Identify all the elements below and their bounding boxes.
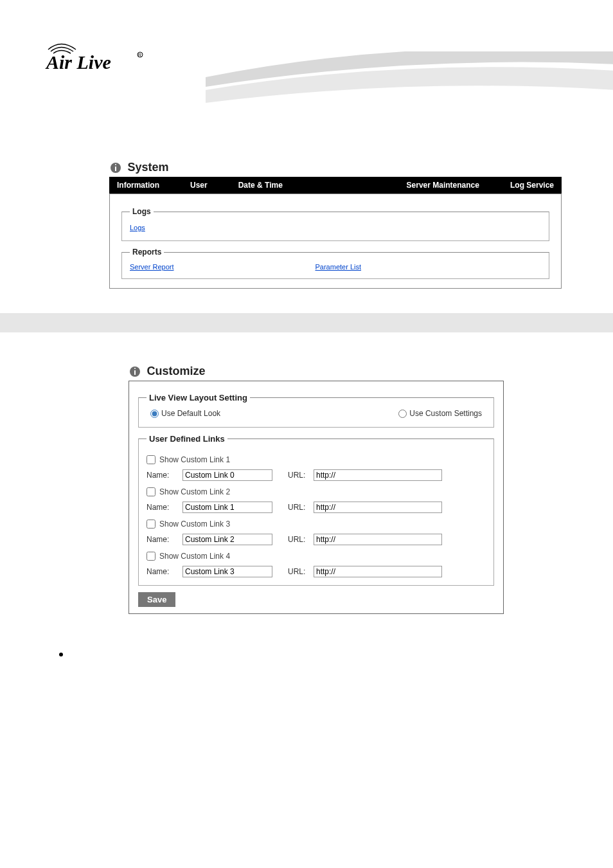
link-4-url-label: URL:	[288, 567, 310, 576]
show-link-3-label: Show Custom Link 3	[159, 520, 230, 529]
customize-title: Customize	[147, 365, 205, 378]
link-1-url-input[interactable]	[314, 469, 442, 481]
save-button[interactable]: Save	[138, 592, 175, 607]
use-custom-label: Use Custom Settings	[409, 409, 482, 418]
show-link-1-label: Show Custom Link 1	[159, 455, 230, 464]
link-1-name-label: Name:	[147, 471, 179, 480]
tab-log-service[interactable]: Log Service	[502, 177, 562, 194]
link-4-name-label: Name:	[147, 567, 179, 576]
bullet-point	[59, 653, 63, 656]
link-4-name-input[interactable]	[182, 566, 272, 577]
use-custom-radio[interactable]	[398, 410, 407, 418]
system-title: System	[127, 161, 168, 174]
brand-logo: Air Live R	[45, 35, 154, 77]
link-2-name-label: Name:	[147, 503, 179, 512]
link-3-url-label: URL:	[288, 535, 310, 544]
system-tabs: Information User Date & Time Server Main…	[109, 177, 562, 194]
live-view-legend: Live View Layout Setting	[147, 393, 250, 402]
system-heading: System	[109, 161, 562, 174]
parameter-list-link[interactable]: Parameter List	[315, 263, 361, 271]
use-default-option[interactable]: Use Default Look	[150, 409, 220, 418]
page-header: Air Live R	[0, 0, 613, 122]
system-body: Logs Logs Reports Server Report Paramete…	[109, 194, 562, 289]
link-3-url-input[interactable]	[314, 534, 442, 545]
link-2-url-label: URL:	[288, 503, 310, 512]
link-4-url-input[interactable]	[314, 566, 442, 577]
live-view-fieldset: Live View Layout Setting Use Default Loo…	[138, 393, 494, 428]
show-link-3-row: Show Custom Link 3	[147, 520, 486, 529]
link-1-url-label: URL:	[288, 471, 310, 480]
reports-fieldset: Reports Server Report Parameter List	[121, 248, 549, 279]
customize-body: Live View Layout Setting Use Default Loo…	[129, 381, 504, 614]
use-custom-option[interactable]: Use Custom Settings	[398, 409, 482, 418]
svg-text:Air Live: Air Live	[45, 51, 111, 73]
server-report-link[interactable]: Server Report	[130, 263, 173, 271]
link-1-name-input[interactable]	[182, 469, 272, 481]
show-link-1-row: Show Custom Link 1	[147, 455, 486, 464]
link-2-url-input[interactable]	[314, 502, 442, 513]
header-swoosh	[206, 51, 613, 116]
user-links-legend: User Defined Links	[147, 434, 227, 444]
tab-server-maintenance[interactable]: Server Maintenance	[399, 177, 487, 194]
link-3-inputs: Name: URL:	[147, 534, 486, 545]
show-link-1-checkbox[interactable]	[147, 455, 155, 464]
use-default-label: Use Default Look	[161, 409, 220, 418]
reports-legend: Reports	[130, 248, 164, 257]
logs-link[interactable]: Logs	[130, 224, 145, 231]
link-3-name-input[interactable]	[182, 534, 272, 545]
tab-user[interactable]: User	[182, 177, 215, 194]
link-2-inputs: Name: URL:	[147, 502, 486, 513]
logs-legend: Logs	[130, 207, 154, 216]
link-4-inputs: Name: URL:	[147, 566, 486, 577]
show-link-4-checkbox[interactable]	[147, 552, 155, 561]
customize-heading: Customize	[129, 365, 504, 378]
svg-text:R: R	[138, 53, 141, 57]
info-icon	[130, 366, 140, 377]
show-link-4-row: Show Custom Link 4	[147, 552, 486, 561]
show-link-4-label: Show Custom Link 4	[159, 552, 230, 561]
show-link-2-label: Show Custom Link 2	[159, 487, 230, 496]
link-1-inputs: Name: URL:	[147, 469, 486, 481]
show-link-2-checkbox[interactable]	[147, 487, 155, 496]
link-3-name-label: Name:	[147, 535, 179, 544]
show-link-3-checkbox[interactable]	[147, 520, 155, 529]
show-link-2-row: Show Custom Link 2	[147, 487, 486, 496]
info-icon	[111, 163, 121, 173]
use-default-radio[interactable]	[150, 410, 159, 418]
separator-bar	[0, 313, 613, 332]
tab-information[interactable]: Information	[109, 177, 167, 194]
tab-date-time[interactable]: Date & Time	[231, 177, 290, 194]
logs-fieldset: Logs Logs	[121, 207, 549, 241]
link-2-name-input[interactable]	[182, 502, 272, 513]
user-links-fieldset: User Defined Links Show Custom Link 1 Na…	[138, 434, 494, 586]
